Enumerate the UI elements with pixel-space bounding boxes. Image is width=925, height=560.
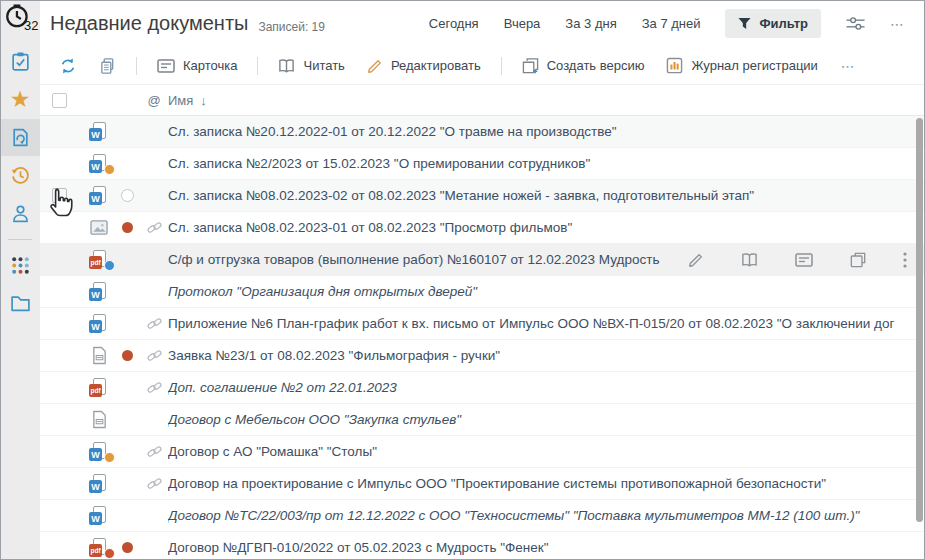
row-card-icon[interactable] xyxy=(795,253,813,267)
sidebar-item-recent-documents[interactable] xyxy=(0,119,40,156)
edit-button[interactable]: Редактировать xyxy=(360,54,488,78)
row-checkbox[interactable] xyxy=(52,188,67,203)
registration-log-button[interactable]: Журнал регистрации xyxy=(659,53,824,78)
card-button[interactable]: Карточка xyxy=(150,54,244,77)
document-list: W Сл. записка №20.12.2022-01 от 20.12.20… xyxy=(40,116,925,560)
filter-button[interactable]: Фильтр xyxy=(725,9,821,38)
document-name[interactable]: Сл. записка №08.02.2023-02 от 08.02.2023… xyxy=(168,188,925,203)
table-row[interactable]: Заявка №23/1 от 08.02.2023 "Фильмография… xyxy=(40,340,925,372)
vertical-scrollbar[interactable] xyxy=(916,118,923,522)
table-row[interactable]: W Сл. записка №08.02.2023-02 от 08.02.20… xyxy=(40,180,925,212)
create-version-button[interactable]: Создать версию xyxy=(515,53,652,79)
document-name[interactable]: Договор №ТС/22/003/пр от 12.12.2022 с ОО… xyxy=(168,508,925,523)
doc-type-icon: W xyxy=(84,186,114,205)
refresh-button[interactable] xyxy=(52,53,84,79)
paperclip-icon xyxy=(147,476,162,491)
timer-badge: 32 xyxy=(24,18,38,33)
table-row[interactable]: W Договор на проектирование с Импульс ОО… xyxy=(40,468,925,500)
doc-status-badge xyxy=(104,260,115,271)
row-read-icon[interactable] xyxy=(741,252,758,268)
attachment-column-header[interactable]: @ xyxy=(147,93,160,108)
row-hover-actions xyxy=(688,244,907,275)
paperclip-icon xyxy=(147,220,162,235)
doc-type-icon: W xyxy=(84,282,114,301)
table-row[interactable]: W Договор №ТС/22/003/пр от 12.12.2022 с … xyxy=(40,500,925,532)
select-all-checkbox[interactable] xyxy=(52,93,67,108)
document-name[interactable]: Доп. соглашение №2 от 22.01.2023 xyxy=(168,380,925,395)
table-header: @ Имя ↓ xyxy=(40,85,925,116)
sidebar-divider xyxy=(8,239,32,240)
doc-status-badge xyxy=(104,548,115,559)
sort-desc-icon: ↓ xyxy=(200,93,207,108)
filter-today[interactable]: Сегодня xyxy=(429,16,479,31)
doc-type-icon: W xyxy=(84,122,114,141)
funnel-icon xyxy=(738,17,751,30)
status-circle-icon xyxy=(121,189,134,202)
card-icon xyxy=(157,59,175,73)
name-column-header[interactable]: Имя ↓ xyxy=(168,93,925,108)
document-name[interactable]: Сл. записка №20.12.2022-01 от 20.12.2022… xyxy=(168,124,925,139)
doc-type-icon: W xyxy=(84,314,114,333)
document-name[interactable]: Сл. записка №2/2023 от 15.02.2023 "О пре… xyxy=(168,156,925,171)
toolbar: Карточка Читать Редактировать Создать ве… xyxy=(40,47,925,85)
table-row[interactable]: W Сл. записка №20.12.2022-01 от 20.12.20… xyxy=(40,116,925,148)
document-name[interactable]: Договор с Мебельсон ООО "Закупка стульев… xyxy=(168,412,925,427)
table-row[interactable]: W Приложение №6 План-график работ к вх. … xyxy=(40,308,925,340)
status-dot-icon xyxy=(122,350,133,361)
paperclip-icon xyxy=(147,348,162,363)
page-header: Недавние документы Записей: 19 Сегодня В… xyxy=(40,0,925,47)
doc-type-icon: pdf xyxy=(84,538,114,557)
read-button[interactable]: Читать xyxy=(271,54,351,78)
table-row[interactable]: Сл. записка №08.02.2023-01 от 08.02.2023… xyxy=(40,212,925,244)
table-row[interactable]: pdf Договор №ДГВП-010/2022 от 05.02.2023… xyxy=(40,532,925,560)
doc-type-icon: W xyxy=(84,506,114,525)
table-row[interactable]: W Протокол "Организация дня открытых две… xyxy=(40,276,925,308)
bar-chart-icon xyxy=(666,57,683,74)
view-settings-icon[interactable] xyxy=(846,16,865,31)
doc-type-icon: pdf xyxy=(84,250,114,269)
status-dot-icon xyxy=(122,542,133,553)
document-name[interactable]: Договор с АО "Ромашка" "Столы" xyxy=(168,444,925,459)
table-row[interactable]: W Сл. записка №2/2023 от 15.02.2023 "О п… xyxy=(40,148,925,180)
sidebar-item-folders[interactable] xyxy=(0,285,40,322)
paperclip-icon xyxy=(147,316,162,331)
toolbar-separator xyxy=(257,57,258,75)
table-row[interactable]: pdf Доп. соглашение №2 от 22.01.2023 xyxy=(40,372,925,404)
header-more-button[interactable]: ⋯ xyxy=(890,16,905,32)
filter-yesterday[interactable]: Вчера xyxy=(504,16,541,31)
row-more-icon[interactable] xyxy=(903,252,907,268)
doc-type-icon: pdf xyxy=(84,378,114,397)
sidebar: 32 ★ xyxy=(0,0,40,560)
timer-clock-icon: 32 xyxy=(0,0,40,40)
sidebar-item-favorites[interactable]: ★ xyxy=(0,81,40,118)
document-name[interactable]: Заявка №23/1 от 08.02.2023 "Фильмография… xyxy=(168,348,925,363)
doc-type-icon: W xyxy=(84,442,114,461)
table-row[interactable]: Договор с Мебельсон ООО "Закупка стульев… xyxy=(40,404,925,436)
doc-type-icon: W xyxy=(84,154,114,173)
sidebar-item-apps[interactable] xyxy=(0,247,40,284)
table-row[interactable]: pdf С/ф и отгрузка товаров (выполнение р… xyxy=(40,244,925,276)
document-name[interactable]: Протокол "Организация дня открытых двере… xyxy=(168,284,925,299)
document-name[interactable]: Договор на проектирование с Импульс ООО … xyxy=(168,476,925,491)
copy-button[interactable] xyxy=(92,53,123,79)
sidebar-item-tasks[interactable] xyxy=(0,43,40,80)
filter-7-days[interactable]: За 7 дней xyxy=(642,16,701,31)
filter-3-days[interactable]: За 3 дня xyxy=(565,16,616,31)
favorites-star-icon: ★ xyxy=(10,88,31,111)
doc-type-icon xyxy=(84,346,114,365)
toolbar-separator xyxy=(501,57,502,75)
paperclip-icon xyxy=(147,380,162,395)
status-dot-icon xyxy=(122,222,133,233)
document-name[interactable]: Приложение №6 План-график работ к вх. пи… xyxy=(168,316,925,331)
doc-status-badge xyxy=(104,164,115,175)
document-name[interactable]: Договор №ДГВП-010/2022 от 05.02.2023 с М… xyxy=(168,540,925,555)
row-edit-icon[interactable] xyxy=(688,252,704,268)
document-name[interactable]: Сл. записка №08.02.2023-01 от 08.02.2023… xyxy=(168,220,925,235)
row-copy-icon[interactable] xyxy=(850,252,866,268)
toolbar-more-button[interactable]: ⋯ xyxy=(841,58,856,74)
sidebar-item-history[interactable] xyxy=(0,157,40,194)
sidebar-item-contacts[interactable] xyxy=(0,195,40,232)
create-version-icon xyxy=(522,57,539,75)
page-title: Недавние документы xyxy=(50,12,248,35)
table-row[interactable]: W Договор с АО "Ромашка" "Столы" xyxy=(40,436,925,468)
